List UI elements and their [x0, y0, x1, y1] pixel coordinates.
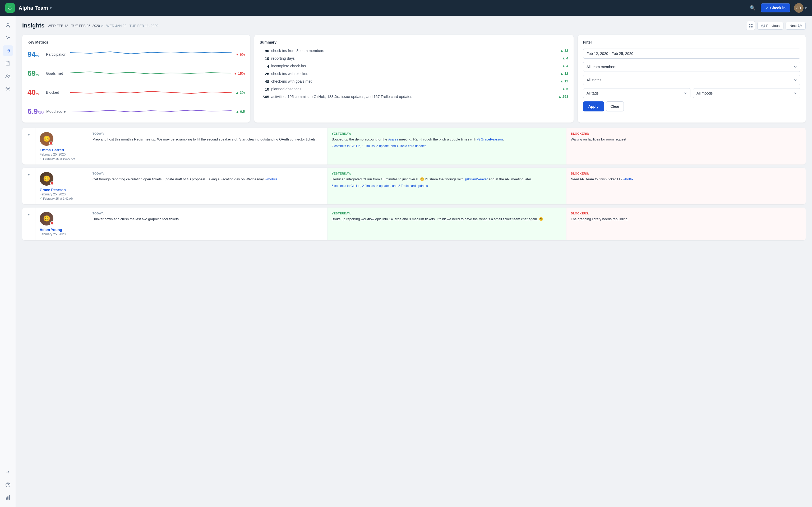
team-members-select[interactable]: All team members	[583, 62, 800, 72]
grace-pearson-link[interactable]: @GracePearson	[477, 137, 503, 141]
feed-blockers-adam: BLOCKERS: The graphing library needs reb…	[566, 208, 806, 240]
app-logo[interactable]: 🛡	[5, 3, 15, 13]
feed-today-text-adam: Hunker down and crush the last two graph…	[93, 217, 323, 222]
feed-date-emma: February 25, 2020	[40, 153, 84, 156]
feed-item-adam: ▾ 😊 Adam Young February 25, 2020 TODAY: …	[22, 208, 806, 240]
svg-point-12	[8, 486, 8, 487]
svg-rect-3	[6, 62, 10, 65]
moods-select[interactable]: All moods	[693, 88, 800, 98]
feed-name-emma[interactable]: Emma Garrett	[40, 148, 84, 152]
hotfix-link[interactable]: #hotfix	[623, 177, 633, 181]
today-label: TODAY:	[93, 212, 323, 215]
previous-button[interactable]: Previous	[757, 22, 784, 30]
mobile-link[interactable]: #mobile	[265, 177, 277, 181]
date-range: WED FEB 12 - TUE FEB 25, 2020 vs. WED JA…	[48, 24, 158, 28]
summary-change-1: ▲ 32	[558, 49, 568, 53]
checkin-checkmark-icon: ✓	[40, 157, 42, 160]
blocked-value: 40%	[28, 88, 43, 97]
grid-view-button[interactable]	[746, 21, 755, 30]
sidebar-item-help[interactable]	[3, 480, 13, 490]
mood-score-label: Mood score	[46, 109, 67, 114]
team-members-filter-group: All team members	[583, 62, 800, 72]
chevron-down-icon: ▾	[28, 213, 30, 217]
today-label: TODAY:	[93, 132, 323, 135]
mood-score-value: 6.9/10	[28, 107, 44, 116]
feed-yesterday-text-grace: Reduced integrated CI run from 13 minute…	[332, 177, 562, 182]
summary-change-2: ▲ 4	[558, 56, 568, 60]
chevron-down-icon: ▾	[28, 173, 30, 177]
expand-button-emma[interactable]: ▾	[22, 128, 36, 165]
sales-link[interactable]: #sales	[388, 137, 398, 141]
feed-blockers-emma: BLOCKERS: Waiting on facilities for room…	[566, 128, 806, 165]
clear-button[interactable]: Clear	[606, 101, 624, 111]
blocked-badge-adam	[50, 221, 54, 225]
svg-rect-17	[751, 24, 753, 25]
blocked-chart	[70, 87, 232, 98]
apply-button[interactable]: Apply	[583, 101, 604, 111]
team-name-button[interactable]: Alpha Team ▾	[18, 5, 52, 11]
summary-desc-1: check-ins from 8 team members	[271, 49, 555, 53]
date-range-input[interactable]	[583, 49, 800, 59]
mood-score-change: ▲ 0.5	[234, 110, 245, 114]
feed-user-emma: 😊 Emma Garrett February 25, 2020 ✓ Febru…	[36, 128, 88, 165]
goals-met-change: ▼ 15%	[234, 71, 245, 75]
checkin-checkmark-icon: ✓	[40, 197, 42, 200]
sidebar-item-reports[interactable]	[3, 492, 13, 503]
goals-met-value: 69%	[28, 69, 43, 78]
states-select[interactable]: All states	[583, 75, 800, 85]
summary-num-1: 80	[260, 49, 269, 53]
checkin-button[interactable]: ✓ Check in	[761, 3, 790, 12]
goals-met-label: Goals met	[46, 71, 67, 75]
sidebar-item-insights[interactable]	[3, 45, 13, 56]
summary-desc-4: check-ins with blockers	[271, 71, 555, 76]
summary-num-6: 10	[260, 87, 269, 91]
yesterday-label: YESTERDAY:	[332, 132, 562, 135]
svg-point-9	[7, 88, 8, 90]
sidebar-item-team[interactable]	[3, 71, 13, 81]
tags-moods-filter-row: All tags All moods	[583, 88, 800, 98]
user-avatar[interactable]: JD	[794, 3, 804, 13]
sidebar-item-checkins[interactable]	[3, 58, 13, 69]
tags-select[interactable]: All tags	[583, 88, 691, 98]
feed-date-adam: February 25, 2020	[40, 232, 84, 236]
summary-row-checkins: 80 check-ins from 8 team members ▲ 32	[260, 49, 568, 53]
feed-blockers-text-adam: The graphing library needs rebuilding	[571, 217, 801, 222]
participation-value: 94%	[28, 50, 43, 59]
feed-activity-grace: 6 commits to GitHub, 2 Jira issue update…	[332, 184, 562, 188]
summary-num-7: 545	[260, 95, 269, 99]
team-name-label: Alpha Team	[18, 5, 48, 11]
blocked-change: ▲ 3%	[234, 91, 245, 95]
sidebar-item-activity[interactable]	[3, 33, 13, 43]
sidebar-item-collapse[interactable]	[3, 467, 13, 477]
summary-card: Summary 80 check-ins from 8 team members…	[254, 35, 573, 122]
sidebar-item-profile[interactable]	[3, 20, 13, 31]
brian-weaver-link[interactable]: @BrianWeaver	[464, 177, 488, 181]
summary-desc-3: incomplete check-ins	[271, 64, 555, 68]
participation-label: Participation	[46, 52, 67, 57]
blocked-metric: 40% Blocked ▲ 3%	[28, 87, 245, 98]
summary-desc-7: activities: 195 commits to GitHub, 183 J…	[271, 95, 555, 99]
insights-header: Insights WED FEB 12 - TUE FEB 25, 2020 v…	[22, 21, 806, 30]
svg-rect-13	[6, 498, 7, 500]
feed-yesterday-adam: YESTERDAY: Broke up reporting workflow e…	[327, 208, 567, 240]
expand-button-adam[interactable]: ▾	[22, 208, 36, 240]
feed-name-adam[interactable]: Adam Young	[40, 228, 84, 232]
sidebar-item-settings[interactable]	[3, 83, 13, 94]
summary-desc-6: planned absences	[271, 87, 555, 91]
summary-num-5: 48	[260, 79, 269, 84]
user-menu-chevron[interactable]: ▾	[805, 6, 807, 11]
next-button[interactable]: Next	[785, 22, 806, 30]
feed-name-grace[interactable]: Grace Pearson	[40, 188, 84, 192]
shield-icon: 🛡	[7, 5, 13, 11]
feed-today-adam: TODAY: Hunker down and crush the last tw…	[88, 208, 327, 240]
feed-yesterday-emma: YESTERDAY: Souped up the demo account fo…	[327, 128, 567, 165]
summary-desc-5: check-ins with goals met	[271, 79, 555, 83]
search-icon[interactable]: 🔍	[750, 5, 755, 11]
goals-met-metric: 69% Goals met ▼ 15%	[28, 68, 245, 79]
chevron-down-icon: ▾	[50, 6, 52, 10]
summary-row-blockers: 28 check-ins with blockers ▲ 12	[260, 71, 568, 76]
filter-title: Filter	[583, 40, 800, 44]
expand-button-grace[interactable]: ▾	[22, 168, 36, 205]
participation-change: ▼ 6%	[234, 53, 245, 57]
summary-row-absences: 10 planned absences ▲ 5	[260, 87, 568, 91]
